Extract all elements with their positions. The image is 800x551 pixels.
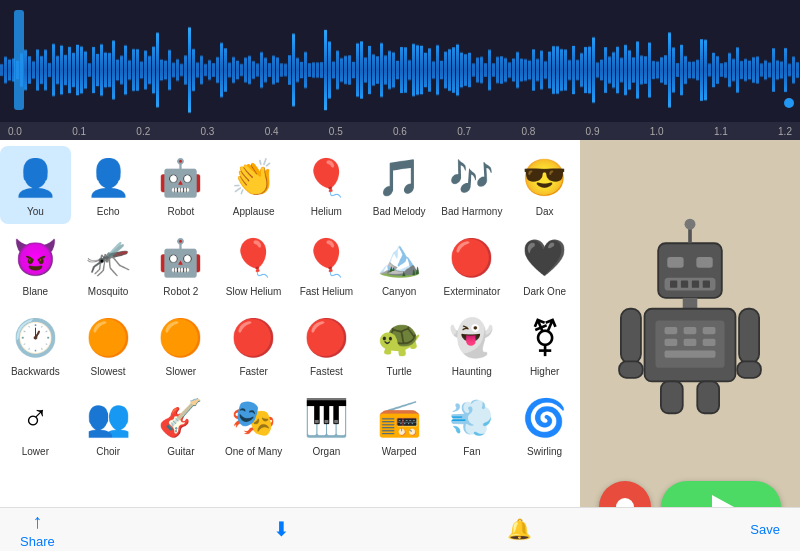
svg-rect-15 [684,338,697,345]
svg-rect-6 [692,280,699,287]
effect-label-dark-one: Dark One [523,286,566,298]
effect-icon-fan: 💨 [446,392,498,444]
svg-rect-4 [670,280,677,287]
waveform-canvas[interactable] [0,0,800,140]
svg-rect-23 [697,381,719,413]
effect-icon-fastest: 🔴 [300,312,352,364]
drag-handle-right[interactable] [784,98,794,108]
share-nav-item[interactable]: ↑ Share [20,510,55,549]
effect-item-bad-harmony[interactable]: 🎶Bad Harmony [437,146,508,224]
effect-label-blane: Blane [23,286,49,298]
effect-icon-dax: 😎 [519,152,571,204]
effect-label-turtle: Turtle [387,366,412,378]
effect-item-slower[interactable]: 🟠Slower [146,306,217,384]
effect-label-backwards: Backwards [11,366,60,378]
effect-item-blane[interactable]: 😈Blane [0,226,71,304]
effect-item-organ[interactable]: 🎹Organ [291,386,362,464]
effect-item-you[interactable]: 👤You [0,146,71,224]
robot-svg [610,216,770,416]
effect-icon-canyon: 🏔️ [373,232,425,284]
effect-item-turtle[interactable]: 🐢Turtle [364,306,435,384]
effect-item-warped[interactable]: 📻Warped [364,386,435,464]
effect-icon-robot: 🤖 [155,152,207,204]
effect-icon-fast-helium: 🎈 [300,232,352,284]
effect-icon-echo: 👤 [82,152,134,204]
bell-nav-item[interactable]: 🔔 [507,517,532,542]
effect-item-one-of-many[interactable]: 🎭One of Many [218,386,289,464]
effect-item-echo[interactable]: 👤Echo [73,146,144,224]
share-icon: ↑ [32,510,42,533]
effect-label-faster: Faster [239,366,267,378]
effect-item-helium[interactable]: 🎈Helium [291,146,362,224]
main-content: 👤You👤Echo🤖Robot👏Applause🎈Helium🎵Bad Melo… [0,140,800,551]
save-nav-item[interactable]: Save [750,522,780,537]
svg-rect-20 [619,361,643,377]
timeline-mark: 0.3 [201,126,215,137]
effect-label-robot: Robot [168,206,195,218]
timeline-mark: 0.6 [393,126,407,137]
bell-icon: 🔔 [507,517,532,541]
effect-item-fast-helium[interactable]: 🎈Fast Helium [291,226,362,304]
timeline-mark: 0.0 [8,126,22,137]
timeline-mark: 1.2 [778,126,792,137]
effect-icon-applause: 👏 [228,152,280,204]
effect-item-exterminator[interactable]: 🔴Exterminator [437,226,508,304]
share-label: Share [20,534,55,549]
effect-item-lower[interactable]: ♂Lower [0,386,71,464]
effect-item-robot2[interactable]: 🤖Robot 2 [146,226,217,304]
effects-grid: 👤You👤Echo🤖Robot👏Applause🎈Helium🎵Bad Melo… [0,140,580,470]
timeline-mark: 0.4 [265,126,279,137]
effect-icon-slowest: 🟠 [82,312,134,364]
effect-icon-bad-melody: 🎵 [373,152,425,204]
timeline-mark: 0.9 [586,126,600,137]
effect-label-choir: Choir [96,446,120,458]
right-panel [580,140,800,551]
effect-label-bad-harmony: Bad Harmony [441,206,502,218]
drag-handle-left[interactable] [14,10,24,110]
effect-icon-dark-one: 🖤 [519,232,571,284]
effect-icon-mosquito: 🦟 [82,232,134,284]
effect-item-guitar[interactable]: 🎸Guitar [146,386,217,464]
effect-item-dark-one[interactable]: 🖤Dark One [509,226,580,304]
effect-item-haunting[interactable]: 👻Haunting [437,306,508,384]
svg-rect-5 [681,280,688,287]
effect-item-dax[interactable]: 😎Dax [509,146,580,224]
effect-item-mosquito[interactable]: 🦟Mosquito [73,226,144,304]
effect-label-applause: Applause [233,206,275,218]
effect-item-higher[interactable]: ⚧Higher [509,306,580,384]
effect-label-canyon: Canyon [382,286,416,298]
effect-icon-helium: 🎈 [300,152,352,204]
effect-icon-warped: 📻 [373,392,425,444]
effect-label-fast-helium: Fast Helium [300,286,353,298]
svg-rect-18 [621,308,641,363]
effects-scroll[interactable]: 👤You👤Echo🤖Robot👏Applause🎈Helium🎵Bad Melo… [0,140,580,510]
effect-item-faster[interactable]: 🔴Faster [218,306,289,384]
effect-item-slow-helium[interactable]: 🎈Slow Helium [218,226,289,304]
effect-item-applause[interactable]: 👏Applause [218,146,289,224]
svg-rect-19 [739,308,759,363]
effect-item-bad-melody[interactable]: 🎵Bad Melody [364,146,435,224]
effect-item-backwards[interactable]: 🕐Backwards [0,306,71,384]
effect-item-swirling[interactable]: 🌀Swirling [509,386,580,464]
svg-rect-21 [737,361,761,377]
effect-item-fastest[interactable]: 🔴Fastest [291,306,362,384]
effect-item-robot[interactable]: 🤖Robot [146,146,217,224]
svg-rect-13 [703,326,716,333]
effect-label-echo: Echo [97,206,120,218]
timeline-mark: 1.0 [650,126,664,137]
effect-icon-lower: ♂ [9,392,61,444]
center-nav-item[interactable]: ⬇ [273,517,290,542]
effect-item-slowest[interactable]: 🟠Slowest [73,306,144,384]
effect-label-you: You [27,206,44,218]
effect-icon-swirling: 🌀 [519,392,571,444]
effect-icon-organ: 🎹 [300,392,352,444]
svg-rect-16 [703,338,716,345]
effect-label-mosquito: Mosquito [88,286,129,298]
effect-item-fan[interactable]: 💨Fan [437,386,508,464]
effect-item-choir[interactable]: 👥Choir [73,386,144,464]
effect-label-one-of-many: One of Many [225,446,282,458]
robot-container [590,150,790,481]
effect-item-canyon[interactable]: 🏔️Canyon [364,226,435,304]
effect-label-warped: Warped [382,446,417,458]
effect-icon-backwards: 🕐 [9,312,61,364]
